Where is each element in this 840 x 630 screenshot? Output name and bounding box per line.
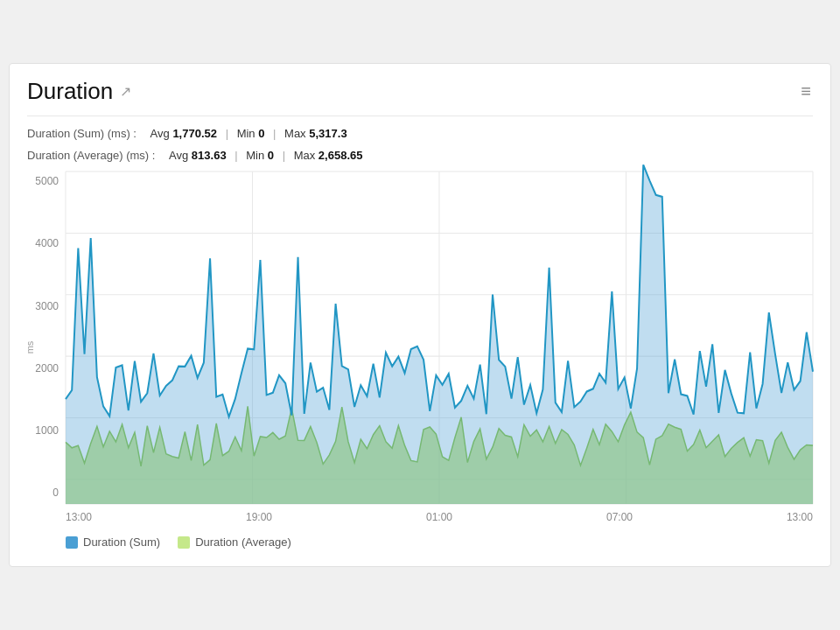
stat-line-avg: Duration (Average) (ms) : Avg 813.63 | M… bbox=[27, 147, 813, 165]
legend-item-avg: Duration (Average) bbox=[178, 536, 291, 549]
y-tick-3000: 3000 bbox=[35, 300, 59, 312]
stat-sum-max-label: Max bbox=[284, 127, 306, 140]
stat-avg-min-value: 0 bbox=[268, 149, 274, 162]
x-label-1300-end: 13:00 bbox=[787, 511, 813, 523]
stat-sum-max-value: 5,317.3 bbox=[309, 127, 346, 140]
stat-avg-label: Duration (Average) (ms) : bbox=[27, 149, 155, 162]
y-tick-0: 0 bbox=[52, 486, 59, 499]
x-label-1900: 19:00 bbox=[246, 511, 272, 523]
y-tick-2000: 2000 bbox=[35, 362, 59, 374]
legend-swatch-avg bbox=[178, 536, 190, 549]
stat-avg-avg-label: Avg bbox=[169, 149, 188, 162]
legend-swatch-sum bbox=[66, 536, 78, 549]
stat-sum-avg-value: 1,770.52 bbox=[172, 127, 217, 140]
y-axis: ms 5000 4000 3000 2000 1000 0 bbox=[27, 172, 66, 523]
title-row: Duration ↗ bbox=[27, 78, 131, 105]
stat-sum-min-value: 0 bbox=[258, 127, 264, 140]
legend-label-sum: Duration (Sum) bbox=[83, 536, 160, 549]
x-label-0700: 07:00 bbox=[606, 511, 633, 523]
external-link-icon[interactable]: ↗ bbox=[120, 83, 131, 100]
legend-item-sum: Duration (Sum) bbox=[66, 536, 160, 549]
stat-line-sum: Duration (Sum) (ms) : Avg 1,770.52 | Min… bbox=[27, 125, 813, 144]
stat-sum-avg-label: Avg bbox=[150, 127, 170, 140]
chart-area: ms 5000 4000 3000 2000 1000 0 bbox=[27, 172, 813, 523]
legend: Duration (Sum) Duration (Average) bbox=[66, 536, 813, 549]
stat-sum-label: Duration (Sum) (ms) : bbox=[27, 127, 136, 140]
menu-icon[interactable]: ≡ bbox=[801, 81, 813, 102]
stat-sum-min-label: Min bbox=[237, 127, 256, 140]
stat-avg-min-label: Min bbox=[246, 149, 264, 162]
stat-avg-max-value: 2,658.65 bbox=[318, 149, 363, 162]
duration-card: Duration ↗ ≡ Duration (Sum) (ms) : Avg 1… bbox=[9, 63, 831, 568]
x-label-0100: 01:00 bbox=[426, 511, 452, 523]
page-title: Duration bbox=[27, 78, 113, 105]
y-tick-1000: 1000 bbox=[35, 424, 59, 437]
chart-container: 13:00 19:00 01:00 07:00 13:00 bbox=[66, 172, 813, 523]
stat-avg-max-label: Max bbox=[294, 149, 316, 162]
x-axis-labels: 13:00 19:00 01:00 07:00 13:00 bbox=[66, 508, 813, 523]
y-tick-5000: 5000 bbox=[35, 175, 59, 187]
y-axis-label: ms bbox=[24, 341, 35, 354]
stat-avg-avg-value: 813.63 bbox=[192, 149, 227, 162]
chart-svg bbox=[66, 172, 813, 504]
y-tick-4000: 4000 bbox=[35, 237, 59, 249]
card-header: Duration ↗ ≡ bbox=[27, 78, 813, 105]
stats-section: Duration (Sum) (ms) : Avg 1,770.52 | Min… bbox=[27, 116, 813, 165]
legend-label-avg: Duration (Average) bbox=[195, 536, 291, 549]
x-label-1300-start: 13:00 bbox=[66, 511, 92, 523]
